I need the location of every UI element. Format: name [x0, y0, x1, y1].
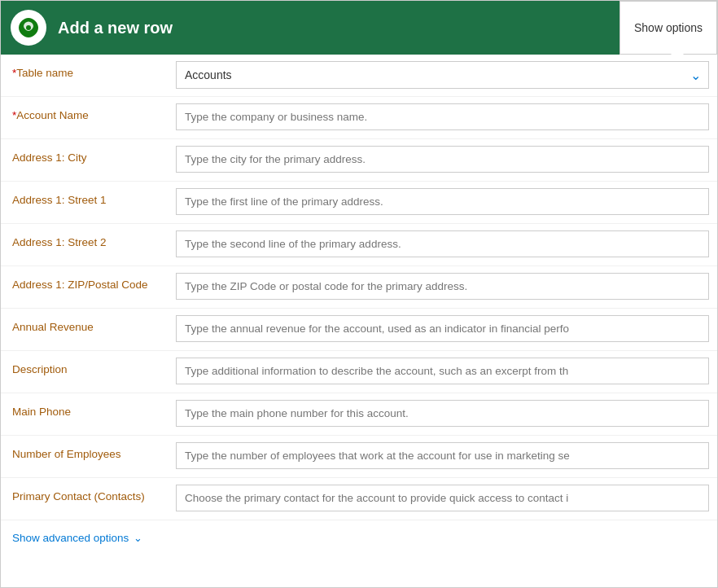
field-row-address-street1: Address 1: Street 1 [1, 182, 717, 224]
label-address-street2: Address 1: Street 2 [1, 224, 168, 262]
label-main-phone: Main Phone [1, 393, 168, 432]
input-num-employees[interactable] [176, 442, 709, 469]
field-row-num-employees: Number of Employees [1, 436, 717, 478]
field-wrapper-annual-revenue [168, 309, 717, 349]
input-address-city[interactable] [176, 146, 709, 173]
input-main-phone[interactable] [176, 400, 709, 427]
field-wrapper-main-phone [168, 393, 717, 433]
field-row-account-name: Account Name [1, 97, 717, 139]
field-wrapper-num-employees [168, 436, 717, 476]
table-name-row: Table name Accounts Contacts Leads Oppor… [1, 55, 717, 97]
input-address-street1[interactable] [176, 188, 709, 215]
field-row-address-street2: Address 1: Street 2 [1, 224, 717, 266]
input-address-zip[interactable] [176, 273, 709, 300]
chevron-down-icon: ⌄ [134, 532, 142, 544]
label-num-employees: Number of Employees [1, 436, 168, 474]
input-address-street2[interactable] [176, 230, 709, 257]
svg-point-0 [26, 25, 31, 30]
header: Add a new row Show options [1, 1, 717, 55]
field-row-annual-revenue: Annual Revenue [1, 309, 717, 351]
table-name-select-wrapper: Accounts Contacts Leads Opportunities ⌄ [176, 61, 709, 89]
show-options-button[interactable]: Show options [619, 1, 717, 55]
field-row-primary-contact: Primary Contact (Contacts) [1, 478, 717, 520]
app-logo [11, 10, 46, 46]
field-row-address-zip: Address 1: ZIP/Postal Code [1, 266, 717, 309]
label-primary-contact: Primary Contact (Contacts) [1, 478, 168, 516]
table-name-label: Table name [1, 55, 168, 93]
input-primary-contact[interactable] [176, 485, 709, 511]
label-annual-revenue: Annual Revenue [1, 309, 168, 347]
form-footer: Show advanced options ⌄ [1, 520, 717, 555]
fields-container: Account NameAddress 1: CityAddress 1: St… [1, 97, 717, 520]
form-content: Table name Accounts Contacts Leads Oppor… [1, 55, 717, 555]
show-advanced-options-button[interactable]: Show advanced options ⌄ [12, 532, 142, 544]
table-name-field: Accounts Contacts Leads Opportunities ⌄ [168, 55, 717, 95]
field-row-main-phone: Main Phone [1, 393, 717, 436]
table-name-select[interactable]: Accounts Contacts Leads Opportunities [176, 61, 709, 89]
field-wrapper-description [168, 351, 717, 391]
show-advanced-label: Show advanced options [12, 532, 129, 544]
field-wrapper-address-city [168, 139, 717, 179]
field-row-address-city: Address 1: City [1, 139, 717, 182]
field-row-description: Description [1, 351, 717, 393]
input-account-name[interactable] [176, 103, 709, 130]
field-wrapper-address-street1 [168, 182, 717, 222]
field-wrapper-address-street2 [168, 224, 717, 264]
field-wrapper-primary-contact [168, 478, 717, 518]
field-wrapper-address-zip [168, 266, 717, 306]
label-address-zip: Address 1: ZIP/Postal Code [1, 266, 168, 305]
input-annual-revenue[interactable] [176, 315, 709, 342]
label-address-street1: Address 1: Street 1 [1, 182, 168, 220]
input-description[interactable] [176, 358, 709, 384]
label-account-name: Account Name [1, 97, 168, 135]
label-description: Description [1, 351, 168, 389]
page-title: Add a new row [58, 19, 173, 37]
field-wrapper-account-name [168, 97, 717, 137]
label-address-city: Address 1: City [1, 139, 168, 178]
